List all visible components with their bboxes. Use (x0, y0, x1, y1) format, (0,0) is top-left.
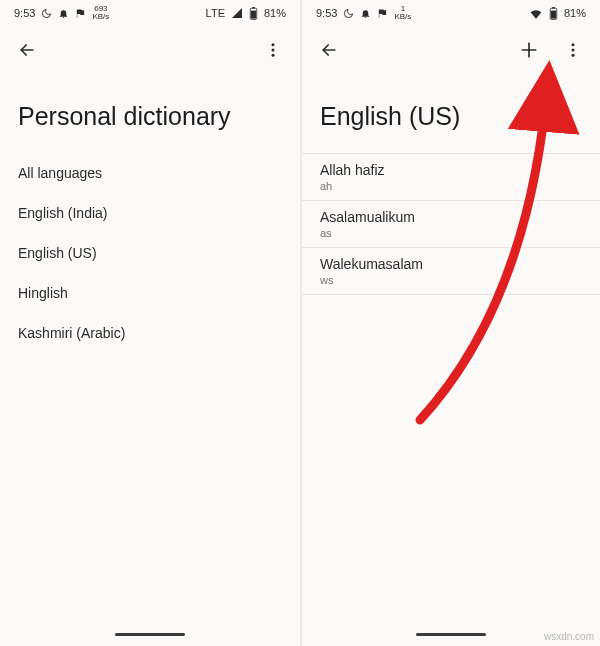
net-speed-unit: KB/s (92, 13, 109, 21)
svg-point-3 (272, 43, 275, 46)
add-button[interactable] (514, 35, 544, 65)
battery-pct: 81% (264, 7, 286, 19)
word-item[interactable]: Asalamualikum as (302, 201, 600, 248)
svg-point-9 (572, 43, 575, 46)
language-item[interactable]: Hinglish (18, 273, 282, 313)
home-indicator[interactable] (115, 633, 185, 636)
overflow-menu-button[interactable] (258, 35, 288, 65)
overflow-menu-button[interactable] (558, 35, 588, 65)
phone-left: 9:53 693 KB/s LTE (0, 0, 300, 646)
status-bar: 9:53 1 KB/s (302, 0, 600, 26)
status-time: 9:53 (316, 7, 337, 19)
battery-pct: 81% (564, 7, 586, 19)
word-text: Allah hafiz (320, 162, 582, 178)
language-list: All languages English (India) English (U… (0, 153, 300, 353)
word-text: Asalamualikum (320, 209, 582, 225)
svg-rect-1 (251, 10, 256, 18)
language-item[interactable]: All languages (18, 153, 282, 193)
word-text: Walekumasalam (320, 256, 582, 272)
status-time: 9:53 (14, 7, 35, 19)
word-item[interactable]: Allah hafiz ah (302, 153, 600, 201)
svg-rect-8 (552, 7, 555, 8)
battery-icon (549, 7, 558, 20)
net-speed-unit: KB/s (394, 13, 411, 21)
svg-point-4 (272, 49, 275, 52)
svg-rect-2 (252, 7, 255, 8)
signal-icon (231, 7, 243, 19)
app-bar (302, 26, 600, 74)
dnd-icon (41, 8, 52, 19)
svg-point-5 (272, 54, 275, 57)
watermark: wsxdn.com (544, 631, 594, 642)
word-shortcut: ah (320, 180, 582, 192)
svg-point-11 (572, 54, 575, 57)
word-list: Allah hafiz ah Asalamualikum as Walekuma… (302, 153, 600, 295)
word-item[interactable]: Walekumasalam ws (302, 248, 600, 295)
svg-rect-7 (551, 10, 556, 18)
home-indicator[interactable] (416, 633, 486, 636)
word-shortcut: ws (320, 274, 582, 286)
language-item[interactable]: English (India) (18, 193, 282, 233)
bell-icon (58, 8, 69, 19)
page-title: Personal dictionary (0, 74, 300, 153)
flag-icon (377, 8, 388, 19)
lte-label: LTE (206, 7, 225, 19)
page-title: English (US) (302, 74, 600, 153)
network-speed: 693 KB/s (92, 5, 109, 21)
word-shortcut: as (320, 227, 582, 239)
language-item[interactable]: Kashmiri (Arabic) (18, 313, 282, 353)
language-item[interactable]: English (US) (18, 233, 282, 273)
wifi-icon (529, 7, 543, 19)
back-button[interactable] (12, 35, 42, 65)
app-bar (0, 26, 300, 74)
phone-right: 9:53 1 KB/s (300, 0, 600, 646)
network-speed: 1 KB/s (394, 5, 411, 21)
dnd-icon (343, 8, 354, 19)
battery-icon (249, 7, 258, 20)
back-button[interactable] (314, 35, 344, 65)
status-bar: 9:53 693 KB/s LTE (0, 0, 300, 26)
flag-icon (75, 8, 86, 19)
bell-icon (360, 8, 371, 19)
svg-point-10 (572, 49, 575, 52)
